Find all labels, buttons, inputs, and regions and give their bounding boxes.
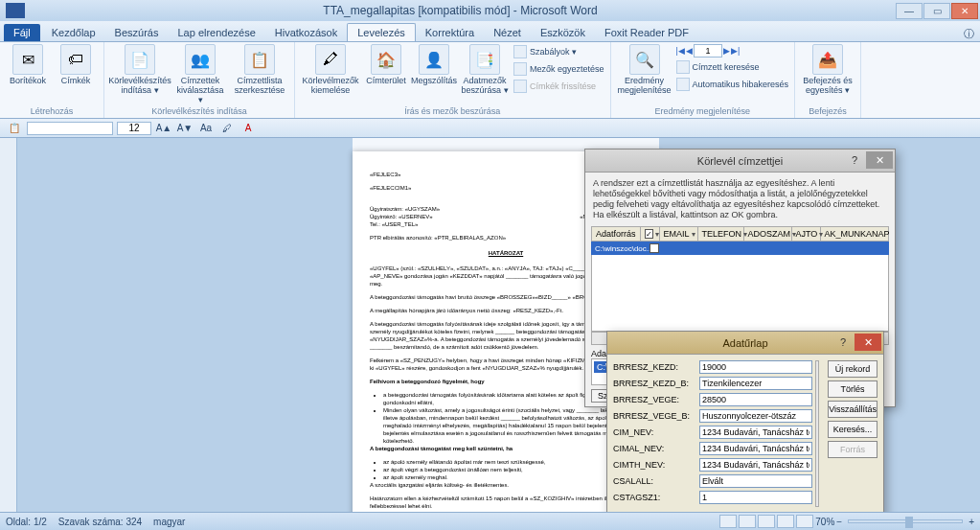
dataform-title: Adatűrlap bbox=[722, 337, 767, 349]
record-number-input[interactable] bbox=[694, 44, 722, 58]
dataform-vscroll[interactable] bbox=[815, 360, 819, 507]
match-fields-button[interactable]: Mezők egyeztetése bbox=[513, 61, 604, 77]
f-brresz-kezd-b-input[interactable] bbox=[699, 377, 812, 390]
status-bar: Oldal: 1/2 Szavak száma: 324 magyar 70% … bbox=[0, 512, 980, 530]
zoom-out-button[interactable]: − bbox=[836, 517, 842, 527]
font-size-combo[interactable] bbox=[117, 122, 151, 135]
tab-insert[interactable]: Beszúrás bbox=[105, 24, 169, 41]
select-recipients-button[interactable]: 👥Címzettek kiválasztása ▾ bbox=[173, 44, 227, 104]
view-draft-icon[interactable] bbox=[796, 515, 813, 528]
address-block-button[interactable]: 🏠Címterület bbox=[364, 44, 408, 85]
dataform-help-button[interactable]: ? bbox=[833, 334, 853, 351]
font-combo[interactable] bbox=[27, 122, 113, 135]
view-web-icon[interactable] bbox=[758, 515, 775, 528]
doc-ugyiratszam: Ügyiratszám: «UGYSZAM» bbox=[370, 205, 440, 213]
nav-first-button[interactable]: |◀ bbox=[676, 45, 685, 57]
close-button[interactable]: ✕ bbox=[951, 3, 978, 19]
f-brresz-kezd-input[interactable] bbox=[699, 360, 812, 374]
restore-button[interactable]: Visszaállítás bbox=[828, 401, 877, 418]
f-brresz-kezd-label: BRRESZ_KEZD: bbox=[613, 362, 699, 372]
delete-record-button[interactable]: Törlés bbox=[828, 380, 877, 398]
update-labels-button: Címkék frissítése bbox=[513, 79, 604, 94]
col-email[interactable]: EMAIL▾ bbox=[660, 227, 698, 241]
col-telefon[interactable]: TELEFON▾ bbox=[698, 227, 744, 241]
recipients-description: A rendszer ezt a címzettlistát használja… bbox=[585, 173, 895, 226]
recipients-close-button[interactable]: ✕ bbox=[866, 151, 893, 169]
tab-home[interactable]: Kezdőlap bbox=[42, 24, 105, 41]
tab-references[interactable]: Hivatkozások bbox=[265, 24, 347, 41]
status-words[interactable]: Szavak száma: 324 bbox=[58, 517, 142, 527]
f-brresz-vege-label: BRRESZ_VEGE: bbox=[613, 395, 699, 404]
doc-li3: az ápoló személy ellátandó ápoltat már n… bbox=[383, 458, 642, 466]
tab-foxit[interactable]: Foxit Reader PDF bbox=[595, 24, 698, 41]
ribbon: ✉Borítékok 🏷Címkék Létrehozás 📄Körlevélk… bbox=[0, 42, 980, 119]
recipients-help-button[interactable]: ? bbox=[845, 151, 864, 169]
find-recipient-button[interactable]: Címzett keresése bbox=[676, 59, 789, 75]
f-brresz-vege-input[interactable] bbox=[699, 393, 812, 406]
tab-tools[interactable]: Eszközök bbox=[531, 24, 595, 41]
status-language[interactable]: magyar bbox=[153, 517, 185, 527]
shrink-font-icon[interactable]: A▼ bbox=[176, 121, 194, 136]
recipients-grid[interactable] bbox=[591, 255, 889, 332]
edit-recipient-list-button[interactable]: 📋Címzettlista szerkesztése bbox=[231, 44, 288, 95]
nav-last-button[interactable]: ▶| bbox=[731, 45, 740, 57]
f-brresz-vege-b-input[interactable] bbox=[699, 409, 812, 423]
envelopes-button[interactable]: ✉Borítékok bbox=[6, 44, 50, 85]
tab-view[interactable]: Nézet bbox=[484, 24, 531, 41]
group-create-label: Létrehozás bbox=[6, 106, 98, 118]
auto-check-errors-button[interactable]: Automatikus hibakeresés bbox=[676, 77, 789, 92]
view-fullscreen-icon[interactable] bbox=[739, 515, 756, 528]
doc-p8: Határozatom ellen a kézhezvételtől számí… bbox=[370, 495, 642, 510]
col-ajto[interactable]: AJTO▾ bbox=[792, 227, 821, 241]
f-csalall-input[interactable] bbox=[699, 474, 812, 488]
greeting-line-button[interactable]: 👤Megszólítás bbox=[412, 44, 456, 85]
preview-results-button[interactable]: 🔍Eredmény megjelenítése bbox=[617, 44, 672, 95]
nav-next-button[interactable]: ▶ bbox=[723, 45, 730, 57]
col-datasource[interactable]: Adatforrás bbox=[592, 227, 641, 241]
zoom-slider[interactable] bbox=[848, 519, 963, 523]
dataform-fields: BRRESZ_KEZD: BRRESZ_KEZD_B: BRRESZ_VEGE:… bbox=[613, 360, 812, 507]
ribbon-help-icon[interactable]: ⓘ bbox=[958, 27, 980, 41]
highlight-icon[interactable]: 🖊 bbox=[218, 121, 236, 136]
f-cimal-nev-input[interactable] bbox=[699, 442, 812, 455]
font-color-icon[interactable]: A bbox=[239, 121, 257, 136]
maximize-button[interactable]: ▭ bbox=[923, 3, 950, 19]
f-brresz-kezd-b-label: BRRESZ_KEZD_B: bbox=[613, 379, 699, 388]
tab-mailings[interactable]: Levelezés bbox=[347, 23, 416, 41]
col-adoszam[interactable]: ADOSZAM▾ bbox=[744, 227, 792, 241]
f-cimth-nev-input[interactable] bbox=[699, 458, 812, 472]
grow-font-icon[interactable]: A▲ bbox=[155, 121, 172, 136]
tab-layout[interactable]: Lap elrendezése bbox=[168, 24, 264, 41]
group-preview-label: Eredmény megjelenítése bbox=[617, 106, 789, 118]
col-checkbox[interactable]: ✓▾ bbox=[641, 227, 660, 241]
f-cim-nev-input[interactable] bbox=[699, 426, 812, 439]
ribbon-tabs: Fájl Kezdőlap Beszúrás Lap elrendezése H… bbox=[0, 21, 980, 42]
recipients-selected-row[interactable]: C:\winszoc\doc... ✓ bbox=[591, 242, 889, 255]
style-icon[interactable]: Aa bbox=[197, 121, 215, 136]
nav-prev-button[interactable]: ◀ bbox=[686, 45, 693, 57]
paste-icon[interactable]: 📋 bbox=[6, 121, 23, 136]
view-print-layout-icon[interactable] bbox=[719, 515, 737, 528]
tab-review[interactable]: Korrektúra bbox=[416, 24, 484, 41]
group-finish-label: Befejezés bbox=[801, 106, 855, 118]
start-mailmerge-button[interactable]: 📄Körlevélkészítés indítása ▾ bbox=[110, 44, 170, 95]
find-button[interactable]: Keresés... bbox=[828, 421, 877, 438]
highlight-merge-button[interactable]: 🖍Körlevélmezők kiemelése bbox=[301, 44, 360, 95]
new-record-button[interactable]: Új rekord bbox=[828, 360, 877, 378]
finish-merge-button[interactable]: 📤Befejezés és egyesítés ▾ bbox=[801, 44, 855, 95]
tab-file[interactable]: Fájl bbox=[4, 24, 40, 41]
labels-button[interactable]: 🏷Címkék bbox=[54, 44, 98, 85]
minimize-button[interactable]: — bbox=[896, 3, 923, 19]
f-cstagsz1-input[interactable] bbox=[699, 491, 812, 504]
doc-ugyintezo: Ügyintéző: «USERNEV» bbox=[370, 213, 433, 220]
insert-merge-field-button[interactable]: 📑Adatmezők beszúrása ▾ bbox=[460, 44, 510, 95]
view-outline-icon[interactable] bbox=[777, 515, 794, 528]
status-page[interactable]: Oldal: 1/2 bbox=[6, 517, 47, 527]
dataform-close-button[interactable]: ✕ bbox=[855, 334, 881, 351]
group-write-label: Írás és mezők beszúrása bbox=[301, 106, 604, 118]
recipients-column-headers: Adatforrás ✓▾ EMAIL▾ TELEFON▾ ADOSZAM▾ A… bbox=[591, 226, 889, 242]
col-akmunkanap[interactable]: AK_MUNKANAP bbox=[821, 227, 894, 241]
zoom-in-button[interactable]: + bbox=[969, 517, 974, 527]
status-zoom[interactable]: 70% bbox=[815, 517, 834, 527]
rules-button[interactable]: Szabályok ▾ bbox=[513, 44, 604, 59]
